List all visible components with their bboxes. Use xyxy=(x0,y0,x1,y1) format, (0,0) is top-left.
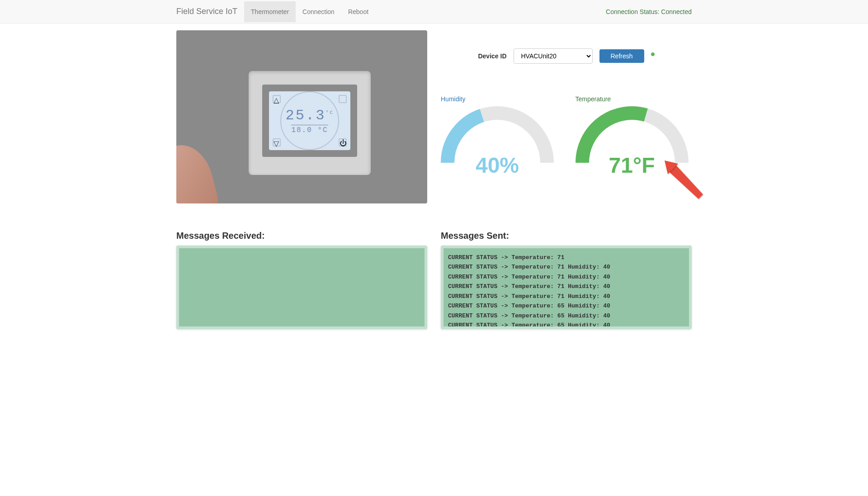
device-id-select[interactable]: HVACUnit20 xyxy=(514,48,593,64)
thermostat-photo: △ ▽ ⏻ 25.3°C 18.0 °C xyxy=(176,30,427,203)
messages-sent-title: Messages Sent: xyxy=(441,231,692,241)
message-line: CURRENT STATUS -> Temperature: 71 Humidi… xyxy=(448,282,684,291)
navbar: Field Service IoT Thermometer Connection… xyxy=(0,0,868,24)
temperature-gauge: Temperature 71°F xyxy=(576,95,692,170)
messages-received-title: Messages Received: xyxy=(176,231,427,241)
tab-connection[interactable]: Connection xyxy=(296,1,341,22)
connection-status-label: Connection Status: xyxy=(606,8,661,15)
message-line: CURRENT STATUS -> Temperature: 65 Humidi… xyxy=(448,311,684,321)
message-line: CURRENT STATUS -> Temperature: 71 Humidi… xyxy=(448,262,684,272)
device-control-bar: Device ID HVACUnit20 Refresh xyxy=(441,30,692,77)
nav-tabs: Thermometer Connection Reboot xyxy=(244,1,375,22)
device-id-label: Device ID xyxy=(478,52,506,60)
humidity-gauge: Humidity 40% xyxy=(441,95,557,170)
humidity-gauge-value: 40% xyxy=(441,153,554,178)
messages-received-box[interactable] xyxy=(176,246,427,329)
message-line: CURRENT STATUS -> Temperature: 65 Humidi… xyxy=(448,301,684,311)
message-line: CURRENT STATUS -> Temperature: 71 xyxy=(448,253,684,262)
tab-reboot[interactable]: Reboot xyxy=(341,1,375,22)
message-line: CURRENT STATUS -> Temperature: 71 Humidi… xyxy=(448,292,684,301)
messages-sent-box[interactable]: CURRENT STATUS -> Temperature: 71CURRENT… xyxy=(441,246,692,329)
status-dot-icon xyxy=(651,52,655,56)
temperature-gauge-title: Temperature xyxy=(576,95,692,103)
connection-status: Connection Status: Connected xyxy=(599,1,698,22)
message-line: CURRENT STATUS -> Temperature: 71 Humidi… xyxy=(448,272,684,282)
message-line: CURRENT STATUS -> Temperature: 65 Humidi… xyxy=(448,321,684,329)
temperature-gauge-value: 71°F xyxy=(576,153,689,178)
refresh-button[interactable]: Refresh xyxy=(599,49,644,63)
humidity-gauge-title: Humidity xyxy=(441,95,557,103)
brand-title[interactable]: Field Service IoT xyxy=(170,0,244,23)
tab-thermometer[interactable]: Thermometer xyxy=(244,1,296,22)
connection-status-value: Connected xyxy=(661,8,692,15)
